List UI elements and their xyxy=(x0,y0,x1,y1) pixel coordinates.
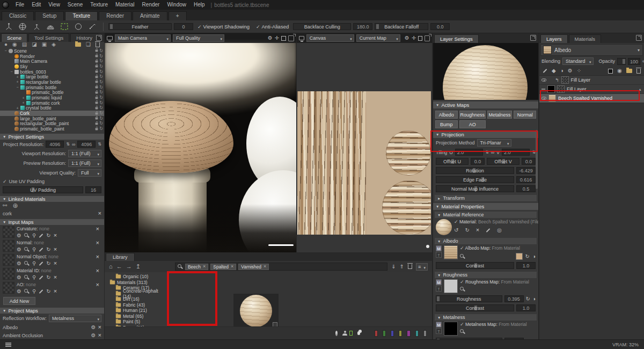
refresh-icon[interactable]: ↻ xyxy=(465,228,469,233)
hidden-icon[interactable] xyxy=(541,89,545,90)
eye-icon[interactable] xyxy=(541,97,546,100)
backface-culling-slider[interactable]: Backface Culling xyxy=(293,23,351,30)
library-folder-row[interactable]: Materials (313) xyxy=(108,280,167,286)
sync-icon[interactable]: ↻ xyxy=(99,64,103,69)
gear-icon[interactable]: ⚙ xyxy=(17,261,21,266)
picker-icon[interactable]: ⚲ xyxy=(32,261,36,266)
sync-icon[interactable]: ↻ xyxy=(99,54,103,59)
panel-tab[interactable]: Layers xyxy=(540,34,568,43)
popout-icon[interactable] xyxy=(636,35,642,41)
sync-icon[interactable]: ↻ xyxy=(99,85,103,90)
gear-icon[interactable]: ⚙ xyxy=(91,333,96,338)
material-card-thumbnail[interactable] xyxy=(233,294,279,326)
search-tag[interactable]: Spalted × xyxy=(210,264,236,270)
texture-mode-button[interactable]: T xyxy=(436,328,442,334)
gear-icon[interactable]: ⚙ xyxy=(91,325,96,330)
view-mode-dropdown[interactable]: ≡ xyxy=(416,263,428,271)
remove-icon[interactable]: × xyxy=(96,226,101,232)
roughness-value[interactable]: 0.395 xyxy=(504,295,524,302)
close-icon[interactable]: × xyxy=(98,210,101,216)
normal-map-influence-slider[interactable]: Normal Map Influence xyxy=(436,185,514,192)
library-folder-row[interactable]: Metal (65) xyxy=(108,314,167,319)
menu-item[interactable]: Edit xyxy=(28,0,45,10)
project-map-row[interactable]: Ambient Occlusion ⚙ × xyxy=(0,331,104,339)
gear-icon[interactable]: ⚙ xyxy=(17,247,21,252)
map-thumbnail[interactable] xyxy=(3,268,14,280)
roughness-header[interactable]: ▼ Roughness xyxy=(435,272,537,278)
link-material-icon[interactable]: ⚯ xyxy=(3,203,7,208)
panel-tab[interactable]: Materials xyxy=(569,34,602,43)
popout-icon[interactable] xyxy=(288,35,294,41)
canvas-dropdown[interactable]: Canvas xyxy=(306,34,354,42)
translate-tool-icon[interactable] xyxy=(3,21,14,32)
library-folder-row[interactable]: Human (21) xyxy=(108,308,167,314)
popout-icon[interactable] xyxy=(530,35,536,41)
layer-mask-thumbnail[interactable] xyxy=(557,85,565,93)
stepper-icon[interactable]: ⇅ xyxy=(532,149,536,156)
refresh-icon[interactable]: ↻ xyxy=(526,296,530,302)
add-render-icon[interactable]: ▤ xyxy=(22,42,27,47)
trash-icon[interactable] xyxy=(408,264,412,269)
person-icon[interactable] xyxy=(342,331,345,336)
blending-dropdown[interactable]: Standard xyxy=(562,57,594,65)
close-icon[interactable]: × xyxy=(98,324,101,330)
sync-icon[interactable]: ↻ xyxy=(99,70,103,74)
expander-icon[interactable]: − xyxy=(4,49,8,53)
picker-icon[interactable]: ⚲ xyxy=(32,275,36,280)
expander-icon[interactable]: − xyxy=(16,85,19,89)
sync-icon[interactable]: ↻ xyxy=(99,127,103,131)
opacity-slider[interactable] xyxy=(617,58,626,65)
resolution-height-field[interactable]: 4096 xyxy=(77,141,96,148)
ellipse-select-tool-icon[interactable] xyxy=(72,21,84,32)
magnifier-icon[interactable] xyxy=(24,247,30,252)
active-map-button[interactable]: Metalness xyxy=(487,111,513,119)
close-icon[interactable]: × xyxy=(231,264,233,270)
library-folder-row[interactable]: Organic (10) xyxy=(108,274,167,280)
offset-v-slider[interactable]: Offset V xyxy=(487,158,519,165)
active-map-button[interactable]: Normal xyxy=(514,111,536,119)
clear-icon[interactable]: × xyxy=(54,246,57,252)
metalness-header[interactable]: ▼ Metalness xyxy=(435,314,537,321)
effect-icon[interactable]: ◉ xyxy=(617,68,622,74)
active-map-button[interactable]: AO xyxy=(459,120,486,128)
gear-icon[interactable]: ⚙ xyxy=(568,68,573,74)
material-properties-header[interactable]: ▼ Material Properties xyxy=(433,203,538,210)
picker-icon[interactable]: ⚲ xyxy=(32,247,36,252)
fill-icon[interactable]: ◆ xyxy=(552,68,556,74)
scene-tree-row[interactable]: + large bottle ↻ xyxy=(0,74,104,79)
linked-materials-header[interactable]: ▼ Linked Materials xyxy=(0,196,104,202)
feather-slider[interactable]: Feather xyxy=(108,23,172,30)
sync-icon[interactable]: ↻ xyxy=(99,117,103,121)
library-folder-row[interactable]: Concrete-Asphalt (14) xyxy=(108,291,167,297)
anti-aliased-checkbox[interactable]: ✓ Anti-Aliased xyxy=(256,24,289,30)
material-preview[interactable] xyxy=(433,43,538,100)
lock-icon[interactable] xyxy=(96,50,98,52)
material-mode-button[interactable]: M xyxy=(436,322,442,328)
workspace-tab[interactable]: Texture xyxy=(65,11,98,20)
layer-row[interactable]: Fill Layer ▲ xyxy=(539,85,644,94)
gear-icon[interactable]: ⚙ xyxy=(405,35,409,41)
projection-method-dropdown[interactable]: Tri-Planar xyxy=(477,139,511,147)
expander-icon[interactable]: + xyxy=(21,96,25,100)
sync-icon[interactable]: ↻ xyxy=(99,111,103,115)
panel-tab[interactable]: Scene xyxy=(1,33,27,42)
opacity-value[interactable]: 100 xyxy=(628,58,640,65)
scene-tree-row[interactable]: large_bottle_paint ↻ xyxy=(0,116,104,121)
expander-icon[interactable]: + xyxy=(16,80,19,84)
layer-thumbnail[interactable] xyxy=(561,76,569,84)
refresh-icon[interactable]: ↻ xyxy=(46,289,50,294)
menu-item[interactable]: Texture xyxy=(86,0,112,10)
project-settings-header[interactable]: ▼ Project Settings xyxy=(0,134,104,140)
mask-icon[interactable] xyxy=(608,69,613,74)
layer-settings-tab[interactable]: Layer Settings xyxy=(434,34,479,43)
menu-item[interactable]: Help xyxy=(190,0,209,10)
sync-icon[interactable]: ↻ xyxy=(99,121,103,126)
material-card[interactable]: Beech Spalted Varnished xyxy=(233,294,279,326)
reflection-workflow-dropdown[interactable]: Metalness xyxy=(49,315,101,322)
lock-icon[interactable] xyxy=(96,128,98,130)
stepper-icon[interactable]: ⇅ xyxy=(485,149,489,156)
contrast-value[interactable]: 1.0 xyxy=(516,304,536,311)
scene-tree-row[interactable]: − Scene ↻ xyxy=(0,48,104,54)
stepper-icon[interactable]: ⇅ xyxy=(66,141,70,148)
refresh-icon[interactable]: ↻ xyxy=(46,261,50,266)
